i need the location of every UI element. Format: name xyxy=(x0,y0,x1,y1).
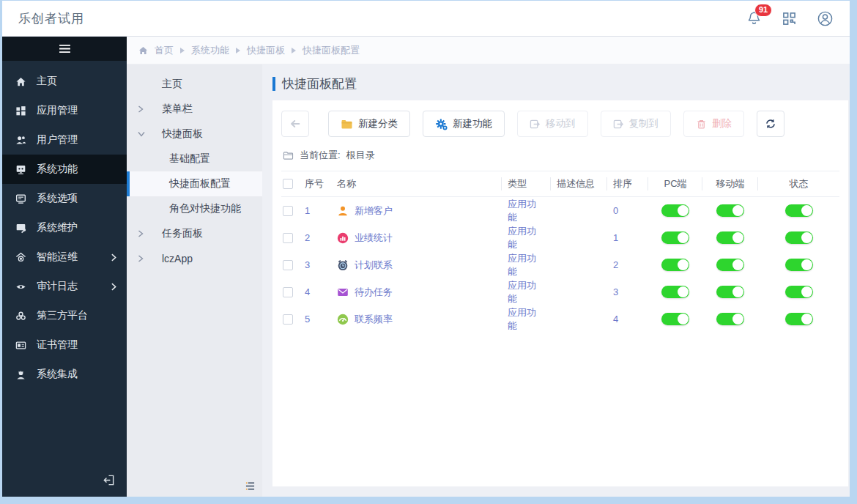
sidebar-footer xyxy=(2,467,127,497)
third-party-icon xyxy=(15,310,27,322)
status-toggle[interactable] xyxy=(785,259,813,271)
main-content: 快捷面板配置 新建分类 xyxy=(262,64,850,497)
sidebar-item[interactable]: 审计日志 xyxy=(2,272,127,301)
row-checkbox[interactable] xyxy=(283,260,293,270)
mobile-toggle[interactable] xyxy=(716,259,744,271)
row-order: 2 xyxy=(607,259,648,270)
status-toggle[interactable] xyxy=(785,286,813,298)
submenu-item[interactable]: 快捷面板配置 xyxy=(127,171,262,196)
column-header: 类型 xyxy=(502,171,551,196)
mobile-toggle[interactable] xyxy=(716,286,744,298)
pc-toggle[interactable] xyxy=(661,259,689,271)
logout-button[interactable] xyxy=(103,474,115,486)
select-all-checkbox[interactable] xyxy=(283,179,293,189)
sidebar-item[interactable]: 系统维护 xyxy=(2,213,127,242)
notifications-button[interactable]: 91 xyxy=(746,10,762,26)
delete-button[interactable]: 删除 xyxy=(683,111,744,137)
row-checkbox[interactable] xyxy=(283,233,293,243)
sidebar-item[interactable]: 智能运维 xyxy=(2,242,127,272)
status-toggle[interactable] xyxy=(785,313,813,325)
sidebar-item[interactable]: 主页 xyxy=(2,67,127,96)
row-name[interactable]: 新增客户 xyxy=(355,204,393,218)
status-toggle[interactable] xyxy=(785,204,813,217)
chevron-icon xyxy=(138,230,144,237)
row-order: 3 xyxy=(607,286,648,297)
breadcrumb-item[interactable]: 首页 xyxy=(155,44,174,57)
submenu-item[interactable]: 角色对快捷功能 xyxy=(127,196,262,221)
sidebar-collapse-button[interactable] xyxy=(2,37,127,61)
current-location: 当前位置: 根目录 xyxy=(283,149,838,162)
status-toggle[interactable] xyxy=(785,231,813,244)
row-checkbox[interactable] xyxy=(283,206,293,216)
move-to-button[interactable]: 移动到 xyxy=(517,111,588,137)
mobile-toggle[interactable] xyxy=(716,231,744,244)
primary-sidebar: 主页 应用管理 用户管理 系统功能 系统选项 系统维护 智能运维 审计日志 第三… xyxy=(2,37,127,497)
system-maintenance-icon xyxy=(15,222,27,234)
column-header: 序号 xyxy=(299,171,331,196)
breadcrumb-separator xyxy=(180,48,185,53)
sidebar-item[interactable]: 证书管理 xyxy=(2,330,127,360)
submenu-item[interactable]: 菜单栏 xyxy=(127,97,262,122)
submenu-item[interactable]: 快捷面板 xyxy=(127,122,262,147)
column-header: 移动端 xyxy=(702,171,758,196)
row-checkbox[interactable] xyxy=(283,287,293,297)
submenu-list: 主页 菜单栏 快捷面板 基础配置 快捷面板配置 角色对快捷功能 任务面板 lcz… xyxy=(127,72,262,271)
sidebar-item[interactable]: 系统选项 xyxy=(2,184,127,213)
sidebar-item[interactable]: 第三方平台 xyxy=(2,301,127,330)
users-icon xyxy=(15,134,27,146)
sidebar-item[interactable]: 用户管理 xyxy=(2,125,127,155)
row-name[interactable]: 计划联系 xyxy=(355,259,393,272)
customer-icon xyxy=(337,205,349,217)
sidebar-item[interactable]: 系统功能 xyxy=(2,155,127,184)
mobile-toggle[interactable] xyxy=(716,313,744,325)
breadcrumb-item[interactable]: 快捷面板配置 xyxy=(303,44,360,57)
copy-to-button[interactable]: 复制到 xyxy=(601,111,672,137)
row-name[interactable]: 待办任务 xyxy=(355,286,393,299)
system-options-icon xyxy=(15,193,27,204)
row-seq: 5 xyxy=(299,314,331,325)
submenu-item[interactable]: 基础配置 xyxy=(127,147,262,171)
row-name[interactable]: 联系频率 xyxy=(355,313,393,326)
breadcrumb-item[interactable]: 系统功能 xyxy=(191,44,229,57)
row-type: 应用功能 xyxy=(502,279,551,305)
row-name[interactable]: 业绩统计 xyxy=(355,231,393,245)
collapse-icon xyxy=(245,481,256,491)
pc-toggle[interactable] xyxy=(661,286,689,298)
row-seq: 3 xyxy=(299,259,331,270)
row-checkbox[interactable] xyxy=(283,314,293,325)
chevron-right-icon xyxy=(111,253,116,262)
breadcrumb-item[interactable]: 快捷面板 xyxy=(247,44,285,57)
table-header: 序号 名称 类型 描述信息 排序 PC端 移动端 状态 xyxy=(281,171,839,197)
user-account-button[interactable] xyxy=(817,10,834,27)
new-category-button[interactable]: 新建分类 xyxy=(328,111,410,137)
location-label: 当前位置: xyxy=(300,149,341,162)
submenu-item[interactable]: lczApp xyxy=(127,246,262,271)
home-icon xyxy=(15,75,27,87)
table-row: 1 新增客户 应用功能 0 xyxy=(281,197,839,224)
row-type: 应用功能 xyxy=(502,306,551,333)
submenu-item[interactable]: 任务面板 xyxy=(127,221,262,246)
hamburger-icon xyxy=(59,44,71,53)
pc-toggle[interactable] xyxy=(661,313,689,325)
table-row: 2 业绩统计 应用功能 1 xyxy=(281,224,839,251)
sidebar-item[interactable]: 系统集成 xyxy=(2,360,127,389)
app-header: 乐创者试用 91 xyxy=(2,1,850,37)
chevron-icon xyxy=(138,131,145,137)
breadcrumb-separator xyxy=(292,48,296,53)
refresh-button[interactable] xyxy=(757,111,784,137)
move-icon xyxy=(530,119,541,130)
pc-toggle[interactable] xyxy=(661,231,689,244)
page-title: 快捷面板配置 xyxy=(282,75,357,92)
mobile-toggle[interactable] xyxy=(716,204,744,217)
submenu-collapse-button[interactable] xyxy=(245,481,256,491)
submenu-item[interactable]: 主页 xyxy=(127,72,262,97)
qr-code-button[interactable] xyxy=(782,12,796,26)
back-button[interactable] xyxy=(281,111,309,137)
column-header: PC端 xyxy=(648,171,702,196)
pc-toggle[interactable] xyxy=(661,204,689,217)
sidebar-item[interactable]: 应用管理 xyxy=(2,96,127,125)
qr-code-icon xyxy=(782,12,796,26)
new-function-button[interactable]: 新建功能 xyxy=(423,111,505,137)
column-header: 状态 xyxy=(758,171,839,196)
stats-icon xyxy=(337,232,349,244)
